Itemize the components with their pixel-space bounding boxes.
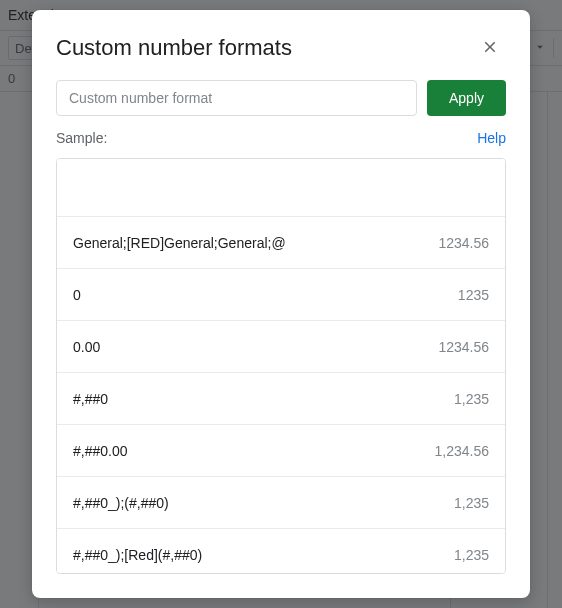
custom-number-formats-dialog: Custom number formats Apply Sample: Help… (32, 10, 530, 598)
format-code: General;[RED]General;General;@ (73, 235, 286, 251)
sample-label: Sample: (56, 130, 107, 146)
format-sample: 1,235 (454, 547, 489, 563)
format-sample: 1234.56 (438, 235, 489, 251)
help-link[interactable]: Help (477, 130, 506, 146)
dialog-header: Custom number formats (32, 10, 530, 80)
dialog-title: Custom number formats (56, 35, 292, 61)
format-sample: 1,235 (454, 495, 489, 511)
format-sample: 1,235 (454, 391, 489, 407)
format-row[interactable]: 0.001234.56 (57, 321, 505, 373)
format-row[interactable]: #,##0_);[Red](#,##0)1,235 (57, 529, 505, 574)
format-row[interactable]: General;[RED]General;General;@1234.56 (57, 217, 505, 269)
format-row[interactable]: #,##0_);(#,##0)1,235 (57, 477, 505, 529)
format-code: #,##0.00 (73, 443, 128, 459)
modal-overlay: Custom number formats Apply Sample: Help… (0, 0, 562, 608)
format-row[interactable]: 01235 (57, 269, 505, 321)
apply-button[interactable]: Apply (427, 80, 506, 116)
sample-row: Sample: Help (32, 116, 530, 158)
sample-preview-box (57, 159, 505, 217)
format-sample: 1234.56 (438, 339, 489, 355)
format-row[interactable]: #,##0.001,234.56 (57, 425, 505, 477)
format-code: #,##0 (73, 391, 108, 407)
close-icon (481, 38, 499, 59)
format-list[interactable]: General;[RED]General;General;@1234.56012… (56, 158, 506, 574)
close-button[interactable] (474, 32, 506, 64)
format-code: #,##0_);(#,##0) (73, 495, 169, 511)
format-code: 0.00 (73, 339, 100, 355)
format-code: #,##0_);[Red](#,##0) (73, 547, 202, 563)
input-row: Apply (32, 80, 530, 116)
format-sample: 1235 (458, 287, 489, 303)
format-row[interactable]: #,##01,235 (57, 373, 505, 425)
format-code: 0 (73, 287, 81, 303)
format-sample: 1,234.56 (435, 443, 490, 459)
custom-format-input[interactable] (56, 80, 417, 116)
